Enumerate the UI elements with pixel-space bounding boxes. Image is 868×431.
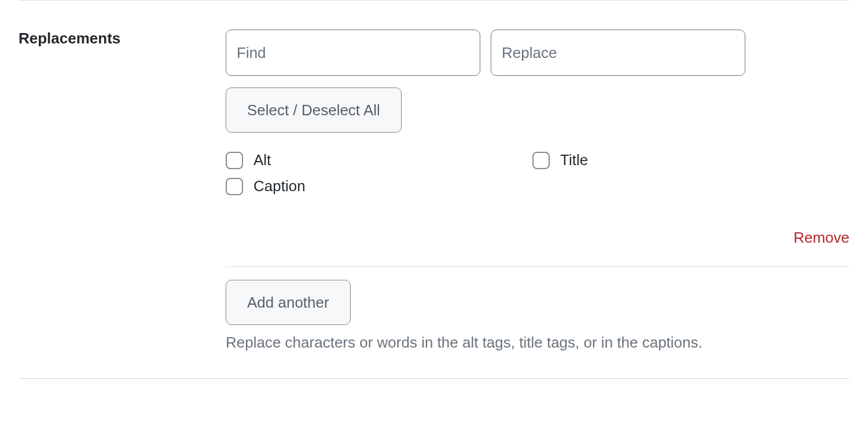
divider-top (19, 0, 849, 1)
replace-input[interactable] (491, 30, 745, 76)
checkbox-grid: Alt Title Caption (226, 151, 849, 195)
remove-row: Remove (226, 229, 849, 267)
add-another-button[interactable]: Add another (226, 280, 351, 325)
select-deselect-all-button[interactable]: Select / Deselect All (226, 87, 402, 133)
checkbox-item-alt: Alt (226, 151, 532, 169)
checkbox-alt[interactable] (226, 152, 243, 169)
checkbox-label-title[interactable]: Title (560, 151, 588, 169)
content-column: Select / Deselect All Alt Title Caption … (226, 30, 849, 354)
checkbox-title[interactable] (532, 152, 550, 169)
section-label: Replacements (19, 30, 226, 48)
replacements-row: Replacements Select / Deselect All Alt T… (19, 30, 849, 354)
checkbox-caption[interactable] (226, 178, 243, 195)
checkbox-item-title: Title (532, 151, 849, 169)
checkbox-label-caption[interactable]: Caption (253, 177, 306, 195)
label-column: Replacements (19, 30, 226, 48)
checkbox-item-caption: Caption (226, 177, 532, 195)
find-input[interactable] (226, 30, 480, 76)
remove-link[interactable]: Remove (793, 229, 849, 247)
checkbox-label-alt[interactable]: Alt (253, 151, 271, 169)
divider-bottom (19, 378, 849, 379)
help-text: Replace characters or words in the alt t… (226, 331, 746, 354)
find-replace-inputs (226, 30, 849, 76)
